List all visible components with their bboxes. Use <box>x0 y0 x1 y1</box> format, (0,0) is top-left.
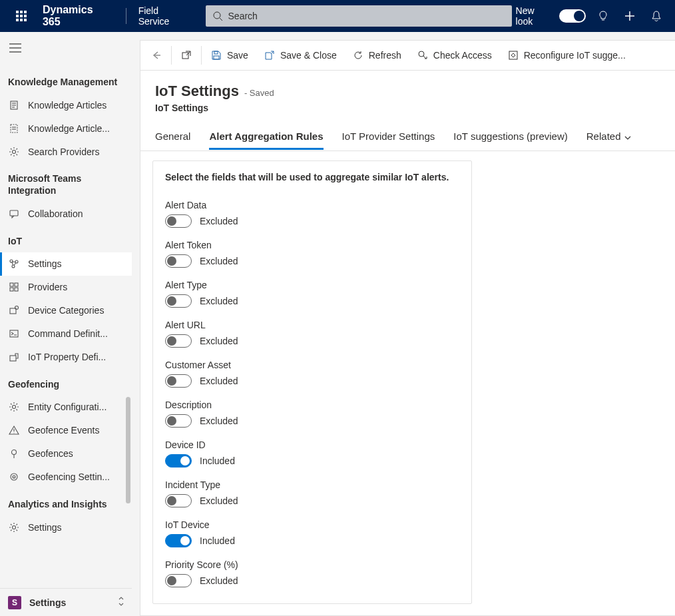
nav-group-title: Knowledge Management <box>0 67 132 93</box>
search-placeholder: Search <box>228 11 258 21</box>
area-switcher[interactable]: S Settings <box>0 588 132 616</box>
sidebar-item-label: Device Categories <box>28 305 104 316</box>
tab-alert-agg[interactable]: Alert Aggregation Rules <box>209 127 323 150</box>
brand-label[interactable]: Dynamics 365 <box>37 4 119 28</box>
svg-rect-19 <box>10 283 13 286</box>
toggle-state-label: Excluded <box>200 376 238 386</box>
toggle-state-label: Included <box>200 456 235 466</box>
separator <box>201 46 202 65</box>
svg-rect-20 <box>15 283 18 286</box>
sidebar-item-collaboration[interactable]: Collaboration <box>0 202 132 226</box>
toggle-field: IoT Device Included <box>165 519 459 547</box>
toggle-state-label: Excluded <box>200 416 238 426</box>
check-access-label: Check Access <box>433 50 492 61</box>
sidebar-scrollbar[interactable] <box>126 397 130 503</box>
app-name-label[interactable]: Field Service <box>133 5 198 27</box>
field-label: Alert Type <box>165 280 459 290</box>
toggle-field: Alert Token Excluded <box>165 240 459 268</box>
sidebar-item-label: Entity Configurati... <box>28 402 107 412</box>
reconfigure-button[interactable]: Reconfigure IoT sugge... <box>500 40 634 71</box>
sidebar-item-analytics-settings[interactable]: Settings <box>0 515 132 539</box>
prop-icon <box>8 351 20 363</box>
sidebar-item-label: Knowledge Articles <box>28 100 107 111</box>
svg-point-35 <box>13 525 16 529</box>
sidebar-toggle-button[interactable] <box>0 32 132 64</box>
sidebar-item-entity-config[interactable]: Entity Configurati... <box>0 396 132 419</box>
tab-general[interactable]: General <box>155 127 190 150</box>
tab-provider-settings[interactable]: IoT Provider Settings <box>342 127 435 150</box>
save-close-label: Save & Close <box>280 50 337 61</box>
cmd-icon <box>8 328 20 340</box>
sidebar-item-label: Geofences <box>28 448 73 459</box>
hamburger-icon <box>9 43 21 53</box>
sidebar-item-search-providers[interactable]: Search Providers <box>0 140 132 163</box>
sidebar-item-knowledge-articles[interactable]: Knowledge Articles <box>0 93 132 117</box>
svg-rect-22 <box>15 288 18 291</box>
sidebar-item-providers[interactable]: Providers <box>0 276 132 299</box>
toggle-field: Device ID Included <box>165 440 459 467</box>
sidebar-item-device-categories[interactable]: Device Categories <box>0 299 132 322</box>
sidebar-item-label: Providers <box>28 282 67 292</box>
refresh-icon <box>353 50 363 61</box>
field-toggle[interactable] <box>165 574 192 587</box>
sidebar-item-geofencing-settings[interactable]: Geofencing Settin... <box>0 465 132 489</box>
notifications-button[interactable] <box>643 0 670 32</box>
gear-icon <box>8 521 20 533</box>
field-toggle[interactable] <box>165 214 192 228</box>
svg-rect-41 <box>509 51 517 59</box>
chevron-down-icon <box>624 133 631 141</box>
field-toggle[interactable] <box>165 294 192 308</box>
waffle-icon <box>16 11 27 21</box>
toggle-field: Description Excluded <box>165 400 459 428</box>
save-close-button[interactable]: Save & Close <box>256 40 345 71</box>
sidebar: Knowledge ManagementKnowledge ArticlesKn… <box>0 32 132 616</box>
back-button[interactable] <box>143 40 170 71</box>
svg-rect-11 <box>11 125 17 133</box>
field-toggle[interactable] <box>165 334 192 348</box>
lightbulb-button[interactable] <box>590 0 616 32</box>
save-button[interactable]: Save <box>203 40 256 71</box>
svg-rect-26 <box>10 356 16 361</box>
lightbulb-icon <box>597 10 609 22</box>
field-toggle[interactable] <box>165 534 192 547</box>
gear-icon <box>8 146 20 158</box>
field-toggle[interactable] <box>165 374 192 388</box>
refresh-button[interactable]: Refresh <box>345 40 409 71</box>
field-toggle[interactable] <box>165 454 192 467</box>
check-access-button[interactable]: Check Access <box>409 40 500 71</box>
sidebar-item-iot-property-definitions[interactable]: IoT Property Defi... <box>0 346 132 369</box>
main-area: Save Save & Close Refresh Check Access <box>132 32 675 616</box>
field-toggle[interactable] <box>165 494 192 507</box>
svg-point-0 <box>214 12 220 19</box>
new-look-toggle[interactable]: New look <box>516 5 586 27</box>
app-launcher-button[interactable] <box>5 0 37 32</box>
field-toggle[interactable] <box>165 254 192 268</box>
sidebar-item-knowledge-article-templates[interactable]: Knowledge Article... <box>0 117 132 140</box>
help-text: Select the fields that will be used to a… <box>165 172 459 182</box>
target-icon <box>8 471 20 483</box>
sidebar-item-geofence-events[interactable]: Geofence Events <box>0 419 132 442</box>
toggle-state-label: Excluded <box>200 256 238 266</box>
sidebar-item-geofences[interactable]: Geofences <box>0 442 132 465</box>
device-icon <box>8 304 20 316</box>
new-look-switch[interactable] <box>559 9 586 23</box>
toggle-state-label: Excluded <box>200 296 238 306</box>
tab-suggestions[interactable]: IoT suggestions (preview) <box>453 127 567 150</box>
sidebar-item-command-definitions[interactable]: Command Definit... <box>0 322 132 346</box>
popout-button[interactable] <box>173 40 200 71</box>
new-look-label: New look <box>516 5 555 27</box>
doc-icon <box>8 99 20 111</box>
sidebar-item-label: Settings <box>28 522 62 533</box>
svg-line-1 <box>220 18 222 21</box>
field-label: Priority Score (%) <box>165 559 459 570</box>
add-button[interactable] <box>616 0 643 32</box>
separator <box>171 46 172 65</box>
field-toggle[interactable] <box>165 414 192 428</box>
sidebar-item-iot-settings[interactable]: Settings <box>0 252 132 276</box>
search-input[interactable]: Search <box>206 5 512 27</box>
tab-related[interactable]: Related <box>586 127 632 150</box>
back-arrow-icon <box>151 50 162 61</box>
page-body: Select the fields that will be used to a… <box>140 151 675 616</box>
field-label: Description <box>165 400 459 410</box>
command-bar: Save Save & Close Refresh Check Access <box>140 40 675 71</box>
